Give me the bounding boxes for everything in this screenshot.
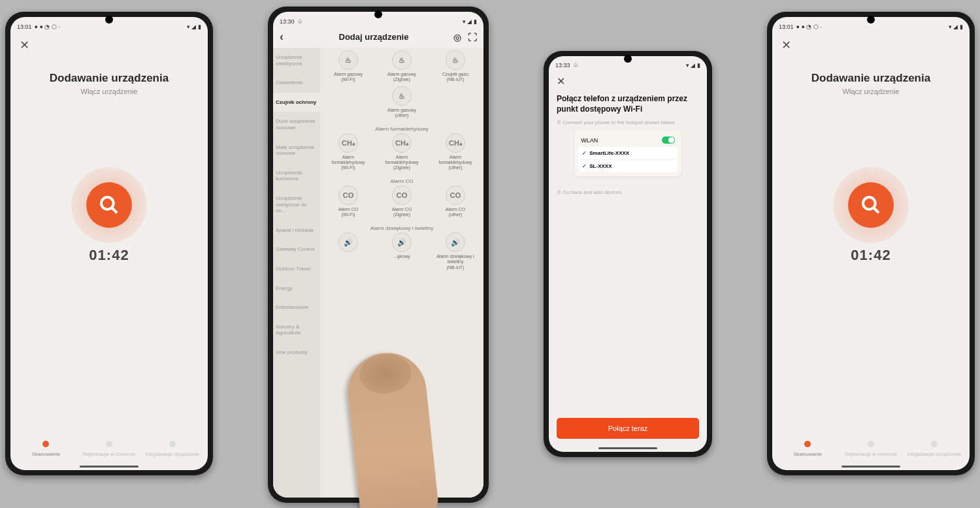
wifi-card: WLAN ✓SmartLife-XXXX ✓SL-XXXX — [574, 131, 681, 176]
device-tile[interactable]: ♨Czujnik gazu(NB-IoT) — [433, 50, 478, 82]
ssid-item[interactable]: ✓SL-XXXX — [578, 160, 678, 172]
device-tile[interactable]: COAlarm CO(other) — [433, 185, 478, 217]
scanning-indicator — [840, 174, 902, 236]
search-icon — [99, 195, 120, 215]
device-tile[interactable]: CH₄Alarm formaldehydowy(Zigbee) — [379, 133, 425, 170]
svg-point-2 — [863, 197, 875, 210]
camera-notch — [867, 16, 875, 24]
sidebar-item[interactable]: Energy — [273, 279, 320, 298]
step-scan: Skanowanie — [14, 441, 78, 457]
sidebar-item[interactable]: Gateway Control — [273, 240, 320, 259]
step-init: Inicjalizacja urządzenia — [140, 441, 204, 457]
sidebar-item[interactable]: Urządzenia kuchenne — [273, 163, 320, 189]
countdown-timer: 01:42 — [10, 247, 208, 264]
device-tile[interactable]: CH₄Alarm formaldehydowy(Wi-Fi) — [325, 133, 371, 170]
close-button[interactable]: ✕ — [772, 31, 970, 59]
section-label: Alarm CO — [321, 174, 482, 185]
device-icon: CH₄ — [392, 133, 412, 153]
connect-button[interactable]: Połącz teraz — [557, 418, 699, 439]
device-icon: ♨ — [338, 50, 358, 70]
home-indicator[interactable] — [841, 466, 900, 468]
camera-notch — [624, 55, 632, 63]
svg-point-0 — [101, 197, 114, 210]
page-title: Dodawanie urządzenia — [772, 72, 970, 85]
sidebar-item[interactable]: Urządzenie medyczne do no... — [273, 189, 320, 221]
step2-text: ② Go back and add devices. — [557, 189, 699, 195]
home-indicator[interactable] — [598, 447, 657, 449]
page-title: Połącz telefon z urządzeniem przez punkt… — [557, 94, 699, 114]
scan-icon[interactable]: ⛶ — [468, 32, 477, 42]
clock: 13:01 — [17, 24, 32, 30]
device-icon: 🔊 — [338, 232, 358, 252]
device-icon: CH₄ — [446, 133, 465, 153]
phone-1: 13:01● ● ◔ ⬡ · ▾ ◢ ▮ ✕ Dodawanie urządze… — [5, 12, 213, 475]
device-tile[interactable]: CH₄Alarm formaldehydowy(other) — [433, 133, 478, 170]
device-tile[interactable]: 🔊...ękowy — [379, 232, 425, 270]
step-register: Rejestracja w chmurze — [78, 441, 141, 457]
phone-2: 13:30 ♧ ▾ ◢ ▮ ‹ Dodaj urządzenie ◎ ⛶ Urz… — [268, 7, 489, 503]
sidebar-item[interactable]: Entertainment — [273, 298, 320, 317]
home-indicator[interactable] — [80, 466, 139, 468]
device-tile[interactable]: COAlarm CO(Wi-Fi) — [325, 185, 371, 217]
countdown-timer: 01:42 — [772, 247, 970, 264]
device-tile[interactable]: 🔊 — [325, 232, 371, 270]
device-icon: ♨ — [446, 50, 465, 70]
camera-notch — [374, 10, 382, 18]
page-subtitle: Włącz urządzenie — [10, 87, 208, 95]
screen-adding-device: 13:01● ● ◔ ⬡ · ▾ ◢ ▮ ✕ Dodawanie urządze… — [772, 17, 970, 470]
device-icon: CH₄ — [338, 133, 358, 153]
device-icon: ♨ — [392, 86, 412, 106]
clock: 13:33 — [555, 62, 570, 69]
progress-steps: Skanowanie Rejestracja w chmurze Inicjal… — [772, 434, 970, 470]
search-icon — [860, 195, 881, 215]
device-icon: 🔊 — [446, 232, 465, 252]
device-tile[interactable]: ♨Alarm gazowy(Zigbee) — [379, 50, 425, 82]
status-icons: ● ● ◔ ⬡ · — [35, 24, 60, 30]
sidebar-item[interactable]: Aparat i blokada — [273, 221, 320, 240]
clock: 13:30 — [280, 18, 295, 25]
step1-text: ① Connect your phone to the hotspot show… — [557, 119, 699, 125]
sidebar-item[interactable]: Urządzenia elektryczne — [273, 48, 320, 73]
device-tile[interactable]: ♨Alarm gazowy(other) — [379, 86, 425, 118]
step-register: Rejestracja w chmurze — [840, 441, 903, 457]
svg-line-1 — [112, 208, 117, 213]
signal-icons: ▾ ◢ ▮ — [686, 62, 700, 69]
progress-steps: Skanowanie Rejestracja w chmurze Inicjal… — [10, 434, 208, 470]
close-button[interactable]: ✕ — [557, 75, 699, 87]
step-scan: Skanowanie — [776, 441, 840, 457]
page-subtitle: Włącz urządzenie — [772, 87, 970, 95]
page-title: Dodawanie urządzenia — [10, 72, 208, 85]
sidebar-item[interactable]: Duże urządzenia domowe — [273, 112, 320, 137]
device-tile[interactable]: ♨Alarm gazowy(Wi-Fi) — [325, 50, 371, 82]
device-tile[interactable]: 🔊Alarm dźwiękowy i świetlny(NB-IoT) — [433, 232, 478, 270]
step-init: Inicjalizacja urządzenia — [902, 441, 966, 457]
sidebar-item[interactable]: Czujnik ochrony — [273, 93, 320, 112]
ssid-item[interactable]: ✓SmartLife-XXXX — [578, 147, 678, 160]
screen-wifi-connect: 13:33 ♧ ▾ ◢ ▮ ✕ Połącz telefon z urządze… — [549, 56, 707, 452]
sidebar-item[interactable]: Inne produkty — [273, 343, 320, 362]
section-label: Alarm dźwiękowy i świetlny — [321, 221, 482, 232]
device-tile[interactable]: COAlarm CO(Zigbee) — [379, 185, 425, 217]
check-icon: ✓ — [582, 150, 587, 156]
wlan-toggle[interactable] — [662, 136, 675, 144]
device-icon: CO — [446, 185, 465, 205]
check-icon: ✓ — [582, 163, 587, 169]
scanning-indicator — [78, 174, 140, 236]
sidebar-item[interactable]: Oświetlenie — [273, 73, 320, 93]
target-icon[interactable]: ◎ — [453, 32, 461, 42]
ssid-list: ✓SmartLife-XXXX ✓SL-XXXX — [578, 147, 678, 172]
screen-adding-device: 13:01● ● ◔ ⬡ · ▾ ◢ ▮ ✕ Dodawanie urządze… — [10, 17, 208, 470]
clock: 13:01 — [779, 24, 794, 30]
phone-4: 13:01● ● ◔ ⬡ · ▾ ◢ ▮ ✕ Dodawanie urządze… — [767, 12, 975, 475]
device-icon: CO — [338, 185, 358, 205]
device-icon: CO — [392, 185, 412, 205]
section-label: Alarm formaldehydowy — [321, 122, 482, 133]
device-icon: ♨ — [392, 50, 412, 70]
category-sidebar[interactable]: Urządzenia elektryczneOświetlenieCzujnik… — [273, 48, 320, 498]
back-button[interactable]: ‹ — [280, 30, 294, 44]
close-button[interactable]: ✕ — [10, 31, 208, 59]
sidebar-item[interactable]: Małe urządzenia domowe — [273, 138, 320, 163]
sidebar-item[interactable]: Outdoor Travel — [273, 259, 320, 279]
sidebar-item[interactable]: Industry & Agriculture — [273, 317, 320, 343]
header: ‹ Dodaj urządzenie ◎ ⛶ — [273, 26, 483, 48]
